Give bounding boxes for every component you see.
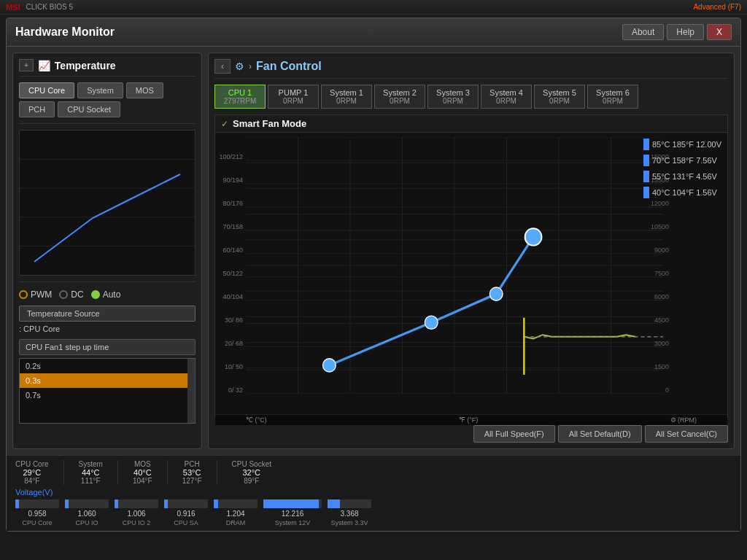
voltage-section: Voltage(V) 0.958 CPU Core 1.060 CPU IO [15,488,732,526]
auto-radio[interactable]: Auto [91,289,121,300]
voltage-cpu-io2-value: 1.006 [127,510,145,518]
expand-button[interactable]: + [19,59,34,71]
voltage-sys12v: 12.216 System 12V [263,499,322,526]
fan-control-title: Fan Control [256,60,322,73]
status-cpu-core-c: 29°C [15,468,49,477]
fan-tab-sys4[interactable]: System 4 0RPM [481,85,532,109]
fan-tab-pump1-rpm: 0RPM [274,97,312,105]
fan-tab-pump1[interactable]: PUMP 1 0RPM [268,85,319,109]
temperature-legend: 85°C 185°F 12.00V 70°C 158°F 7.56V 55°C … [643,139,721,198]
status-cpu-core-label: CPU Core [15,460,49,468]
cpu-core-temp-btn[interactable]: CPU Core [19,82,74,98]
msi-logo: MSI [6,3,20,12]
temperature-panel-header: + 📈 Temperature [19,59,196,77]
voltage-cpu-sa-name: CPU SA [174,519,198,526]
dc-radio[interactable]: DC [59,289,83,300]
temperature-panel: + 📈 Temperature CPU Core System MOS PCH … [12,52,202,449]
status-sep-2 [117,460,118,485]
fan-curve-svg [246,137,663,394]
voltage-cpu-io-bar-container [65,499,109,508]
voltage-cpu-core-name: CPU Core [22,519,52,526]
fan-tab-sys6-name: System 6 [596,88,630,97]
fan-tab-sys5[interactable]: System 5 0RPM [534,85,585,109]
advanced-mode-label: Advanced (F7) [693,3,741,11]
pwm-radio[interactable]: PWM [19,289,52,300]
status-row: CPU Core 29°C 84°F System 44°C 111°F MOS… [15,460,732,485]
temperature-icon: 📈 [38,60,50,71]
step-time-list: 0.2s 0.3s 0.7s [19,358,196,424]
svg-point-33 [425,316,438,329]
chart-grid-area[interactable] [246,137,663,394]
svg-point-32 [323,359,336,372]
fan-tab-sys2[interactable]: System 2 0RPM [374,85,425,109]
step-time-item-0.7s[interactable]: 0.7s [20,388,195,402]
fan-tab-sys3-name: System 3 [436,88,470,97]
voltage-dram-bar-container [214,499,258,508]
status-pch-label: PCH [182,460,202,468]
temp-legend-bar-55c [643,171,649,182]
voltage-cpu-core-bar [15,499,19,508]
step-time-item-0.3s[interactable]: 0.3s [20,373,195,388]
voltage-sys12v-name: System 12V [275,519,311,526]
voltage-cpu-io-value: 1.060 [77,510,96,518]
fan-tab-sys6-rpm: 0RPM [594,97,632,105]
fan-tab-sys6[interactable]: System 6 0RPM [587,85,638,109]
voltage-cpu-io2-name: CPU IO 2 [123,519,151,526]
fan-tab-cpu1-name: CPU 1 [228,88,252,97]
voltage-cpu-core-value: 0.958 [28,510,46,518]
voltage-dram-name: DRAM [226,519,246,526]
system-temp-btn[interactable]: System [77,82,123,98]
all-set-default-button[interactable]: All Set Default(D) [558,425,642,443]
status-sep-4 [217,460,217,485]
fan-tab-sys5-name: System 5 [543,88,576,97]
status-sep-3 [167,460,168,485]
fan-icon: ⚙ [235,61,244,72]
fan-chart-container: ✓ Smart Fan Mode 100/212 90/194 80/176 7… [214,114,728,418]
voltage-sys33v-name: System 3.3V [330,519,368,526]
temperature-source-button[interactable]: Temperature Source [19,306,196,322]
fan-control-header: ‹ ⚙ › Fan Control [214,59,728,79]
pch-temp-btn[interactable]: PCH [19,101,55,117]
voltage-cpu-io2: 1.006 CPU IO 2 [115,499,158,526]
dc-label: DC [71,289,83,300]
voltage-cpu-sa-bar [164,499,168,508]
voltage-sys33v-bar-container [328,499,371,508]
chart-title: Smart Fan Mode [233,118,306,129]
help-button[interactable]: Help [667,24,704,40]
fan-tab-cpu1-rpm: 2797RPM [221,97,259,105]
status-cpu-socket-f: 89°F [232,477,271,485]
step-time-item-0.2s[interactable]: 0.2s [20,359,195,373]
all-full-speed-button[interactable]: All Full Speed(F) [473,425,555,443]
voltage-dram-value: 1.204 [226,510,244,518]
status-system: System 44°C 111°F [79,460,103,485]
temp-legend-bar-40c [643,187,649,198]
fan-tab-sys1-name: System 1 [330,88,363,97]
temp-legend-40c: 40°C 104°F 1.56V [643,187,721,198]
status-system-f: 111°F [79,477,103,485]
pwm-radio-circle [19,290,28,299]
fan-tab-sys3[interactable]: System 3 0RPM [427,85,479,109]
step-time-scrollbar[interactable] [187,359,195,423]
hardware-monitor-window: Hardware Monitor About Help X + 📈 Temper… [6,18,741,532]
mos-temp-btn[interactable]: MOS [126,82,163,98]
fan-nav-back-button[interactable]: ‹ [214,59,231,74]
check-icon: ✓ [221,119,228,129]
close-button[interactable]: X [707,24,732,40]
fan-tab-sys5-rpm: 0RPM [541,97,578,105]
fan-tabs: CPU 1 2797RPM PUMP 1 0RPM System 1 0RPM … [214,85,728,109]
about-button[interactable]: About [622,24,664,40]
voltage-section-label: Voltage(V) [15,488,732,497]
window-titlebar: Hardware Monitor About Help X [7,18,740,47]
voltage-sys33v-value: 3.368 [340,510,358,518]
status-pch-c: 53°C [182,468,202,477]
temp-legend-55c: 55°C 131°F 4.56V [643,171,721,182]
voltage-sys33v: 3.368 System 3.3V [328,499,371,526]
all-set-cancel-button[interactable]: All Set Cancel(C) [645,425,728,443]
voltage-sys12v-value: 12.216 [282,510,304,518]
cpu-socket-temp-btn[interactable]: CPU Socket [58,101,120,117]
status-mos: MOS 40°C 104°F [133,460,152,485]
fan-tab-sys1[interactable]: System 1 0RPM [321,85,372,109]
svg-point-35 [525,228,542,245]
fan-tab-sys2-rpm: 0RPM [381,97,419,105]
fan-tab-cpu1[interactable]: CPU 1 2797RPM [214,85,266,109]
